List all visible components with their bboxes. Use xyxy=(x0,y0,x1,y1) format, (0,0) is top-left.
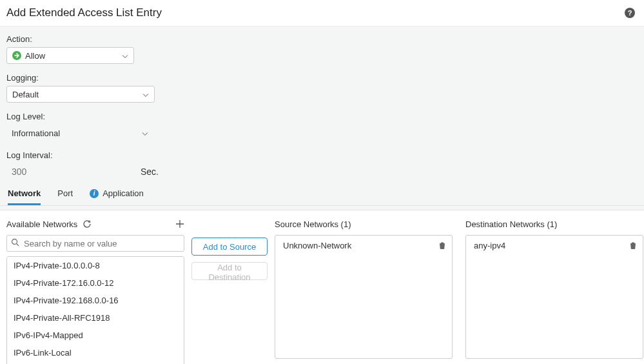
tab-network[interactable]: Network xyxy=(8,183,41,205)
loglevel-value: Informational xyxy=(12,128,60,138)
destination-list[interactable]: any-ipv4 xyxy=(465,235,643,359)
add-network-icon[interactable] xyxy=(175,219,184,228)
list-item[interactable]: IPv6-Link-Local xyxy=(7,344,184,361)
search-input[interactable] xyxy=(6,235,184,252)
destination-networks-column: Destination Networks (1) any-ipv4 Add xyxy=(465,218,643,364)
source-networks-column: Source Networks (1) Unknown-Network Add xyxy=(275,218,453,364)
available-networks-column: Available Networks IPv4-Private-10.0.0.0… xyxy=(6,218,184,364)
dialog-header: Add Extended Access List Entry ? xyxy=(0,0,644,26)
add-to-destination-button: Add to Destination xyxy=(191,262,268,280)
allow-icon xyxy=(12,51,21,60)
help-icon[interactable]: ? xyxy=(625,8,635,18)
loginterval-row: Log Interval: Sec. xyxy=(6,150,638,180)
chevron-down-icon xyxy=(142,128,148,138)
source-item[interactable]: Unknown-Network xyxy=(275,236,452,255)
action-row: Action: Allow xyxy=(6,34,638,64)
trash-icon[interactable] xyxy=(436,239,448,251)
source-list[interactable]: Unknown-Network xyxy=(275,235,453,359)
chevron-down-icon xyxy=(142,90,149,99)
list-item[interactable]: IPv4-Private-192.168.0.0-16 xyxy=(7,292,184,309)
loginterval-label: Log Interval: xyxy=(6,150,638,160)
list-item[interactable]: IPv6-Private-Unique-Local-Addresses xyxy=(7,361,184,364)
loginterval-input[interactable] xyxy=(6,163,135,180)
transfer-buttons: Add to Source Add to Destination xyxy=(184,218,275,364)
logging-label: Logging: xyxy=(6,73,638,83)
list-item[interactable]: IPv6-IPv4-Mapped xyxy=(7,327,184,344)
tab-port[interactable]: Port xyxy=(57,183,73,205)
logging-value: Default xyxy=(12,90,39,99)
list-item[interactable]: IPv4-Private-172.16.0.0-12 xyxy=(7,274,184,292)
loglevel-label: Log Level: xyxy=(6,112,638,121)
destination-item[interactable]: any-ipv4 xyxy=(466,236,643,255)
trash-icon[interactable] xyxy=(627,239,639,251)
add-to-source-button[interactable]: Add to Source xyxy=(191,238,268,256)
action-label: Action: xyxy=(6,34,638,44)
loglevel-select[interactable]: Informational xyxy=(6,125,153,141)
networks-area: Available Networks IPv4-Private-10.0.0.0… xyxy=(0,210,644,364)
loglevel-row: Log Level: Informational xyxy=(6,112,638,141)
tabs: Network Port i Application xyxy=(0,183,644,206)
list-item[interactable]: IPv4-Private-10.0.0.0-8 xyxy=(7,257,184,274)
action-value: Allow xyxy=(25,51,45,61)
chevron-down-icon xyxy=(122,51,128,61)
action-select[interactable]: Allow xyxy=(6,47,134,64)
available-title: Available Networks xyxy=(6,219,77,229)
dialog-title: Add Extended Access List Entry xyxy=(6,6,162,19)
tab-application[interactable]: i Application xyxy=(90,183,144,205)
info-icon: i xyxy=(90,189,99,198)
refresh-icon[interactable] xyxy=(83,219,92,228)
available-list[interactable]: IPv4-Private-10.0.0.0-8 IPv4-Private-172… xyxy=(6,256,184,364)
loginterval-unit: Sec. xyxy=(141,167,159,177)
list-item[interactable]: IPv4-Private-All-RFC1918 xyxy=(7,309,184,327)
logging-row: Logging: Default xyxy=(6,73,638,103)
logging-select[interactable]: Default xyxy=(6,86,155,103)
destination-title: Destination Networks (1) xyxy=(465,219,557,229)
source-title: Source Networks (1) xyxy=(275,219,351,229)
form-area: Action: Allow Logging: Default Log Level… xyxy=(0,26,644,210)
